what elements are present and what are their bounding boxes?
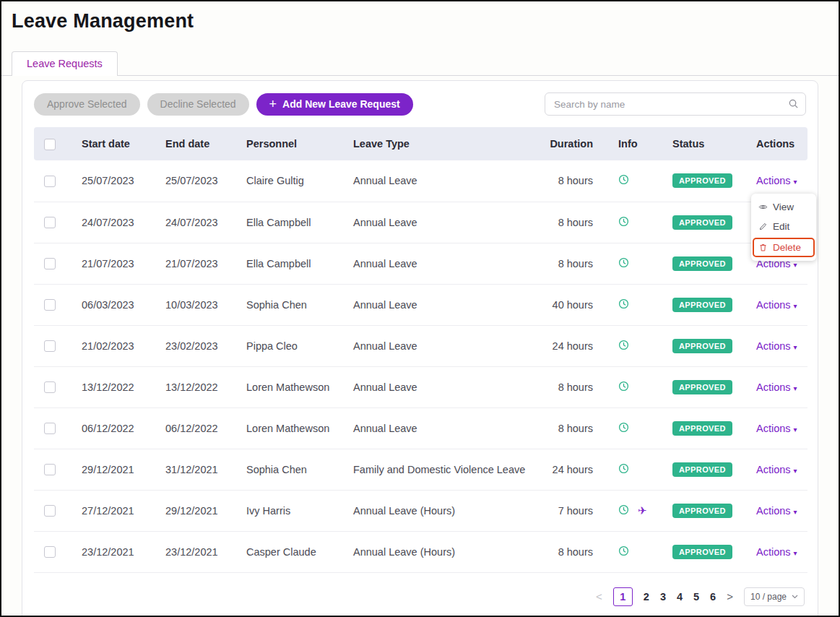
row-checkbox[interactable] [44,381,56,393]
chevron-down-icon [792,595,798,599]
personnel-cell: Ella Campbell [235,202,342,243]
pagination-prev-button[interactable]: < [596,590,602,603]
search-icon [788,98,799,112]
row-checkbox[interactable] [44,340,56,352]
row-actions-button[interactable]: Actions▾ [756,464,797,475]
pagination-page-4[interactable]: 4 [677,591,683,603]
page-title: Leave Management [12,10,828,33]
duration-cell: 8 hours [540,366,597,407]
duration-cell: 8 hours [540,202,597,243]
page-size-select[interactable]: 10 / page [744,587,805,606]
clock-icon [618,504,629,517]
pagination-next-button[interactable]: > [727,590,733,603]
end-date-cell: 10/03/2023 [154,284,235,325]
chevron-down-icon: ▾ [794,508,797,516]
row-actions-label: Actions [756,464,791,475]
end-date-cell: 23/12/2021 [154,531,235,572]
dropdown-item-view[interactable]: View [756,197,811,217]
table-row: 23/12/2021 23/12/2021 Casper Claude Annu… [34,531,807,572]
info-cell [597,160,661,202]
status-badge: APPROVED [672,298,732,312]
row-actions-label: Actions [756,546,791,558]
page-header: Leave Management [1,1,839,33]
add-new-leave-request-label: Add New Leave Request [282,98,400,110]
search-input[interactable] [545,92,806,116]
status-badge: APPROVED [672,256,732,271]
plane-icon: ✈ [638,504,647,517]
personnel-cell: Sophia Chen [235,284,342,325]
chevron-down-icon: ▾ [794,549,797,557]
dropdown-item-edit-label: Edit [773,221,789,232]
leave-table: Start date End date Personnel Leave Type… [34,127,806,573]
tab-leave-requests[interactable]: Leave Requests [12,51,118,76]
duration-cell: 8 hours [540,160,597,202]
table-header-row: Start date End date Personnel Leave Type… [34,127,807,160]
select-all-checkbox[interactable] [44,139,56,150]
clock-icon [618,216,629,229]
row-actions-button[interactable]: Actions▾ [756,340,797,352]
dropdown-item-edit[interactable]: Edit [756,217,811,236]
row-actions-label: Actions [756,423,791,434]
header-leave-type: Leave Type [342,127,540,160]
leave-type-cell: Family and Domestic Violence Leave [342,449,540,490]
pagination-page-5[interactable]: 5 [693,591,699,603]
row-actions-button[interactable]: Actions▾ [756,381,797,393]
start-date-cell: 21/07/2023 [70,243,154,284]
pagination-page-2[interactable]: 2 [644,591,649,603]
pencil-icon [758,222,768,231]
row-actions-button[interactable]: Actions▾ [756,299,797,311]
pagination: < 1 2 3 4 5 6 > 10 / page [34,583,806,610]
status-badge: APPROVED [672,421,732,436]
row-checkbox[interactable] [44,176,56,187]
eye-icon [758,202,768,212]
chevron-down-icon: ▾ [794,343,797,351]
row-checkbox[interactable] [44,423,56,434]
header-duration: Duration [540,127,597,160]
start-date-cell: 06/12/2022 [70,407,154,449]
start-date-cell: 24/07/2023 [70,202,154,243]
row-actions-button[interactable]: Actions▾ [756,423,797,434]
status-badge: APPROVED [672,545,732,559]
row-actions-button[interactable]: Actions▾ [756,175,797,186]
row-checkbox[interactable] [44,217,56,228]
pagination-page-1-current[interactable]: 1 [613,587,633,606]
row-checkbox[interactable] [44,546,56,558]
info-cell [597,284,661,325]
tab-bar: Leave Requests [1,51,839,76]
row-actions-label: Actions [756,340,791,352]
table-row: 25/07/2023 25/07/2023 Claire Gultig Annu… [34,160,807,202]
row-checkbox[interactable] [44,299,56,311]
row-actions-button[interactable]: Actions▾ [756,546,797,558]
approve-selected-button[interactable]: Approve Selected [34,93,140,116]
row-checkbox[interactable] [44,505,56,517]
table-row: 21/02/2023 23/02/2023 Pippa Cleo Annual … [34,325,807,366]
start-date-cell: 06/03/2023 [70,284,154,325]
leave-type-cell: Annual Leave [342,407,540,449]
row-checkbox[interactable] [44,464,56,475]
row-actions-button[interactable]: Actions▾ [756,505,797,517]
leave-type-cell: Annual Leave [342,243,540,284]
page-size-label: 10 / page [750,592,787,602]
chevron-down-icon: ▾ [794,178,797,186]
personnel-cell: Casper Claude [235,531,342,572]
end-date-cell: 23/02/2023 [154,325,235,366]
decline-selected-button[interactable]: Decline Selected [147,93,249,116]
pagination-page-6[interactable]: 6 [710,591,716,603]
info-cell [597,449,661,490]
row-actions-label: Actions [756,299,791,311]
pagination-page-3[interactable]: 3 [660,591,666,603]
status-badge: APPROVED [672,380,732,394]
header-end-date: End date [154,127,235,160]
info-cell [597,325,661,366]
dropdown-item-delete[interactable]: Delete [753,238,815,257]
start-date-cell: 13/12/2022 [70,366,154,407]
info-cell: ✈ [597,490,661,531]
info-cell [597,202,661,243]
row-checkbox[interactable] [44,258,56,269]
add-new-leave-request-button[interactable]: + Add New Leave Request [256,93,413,116]
row-actions-label: Actions [756,381,791,393]
search-box [545,92,806,116]
header-start-date: Start date [70,127,154,160]
chevron-down-icon: ▾ [794,302,797,310]
clock-icon [618,340,629,353]
